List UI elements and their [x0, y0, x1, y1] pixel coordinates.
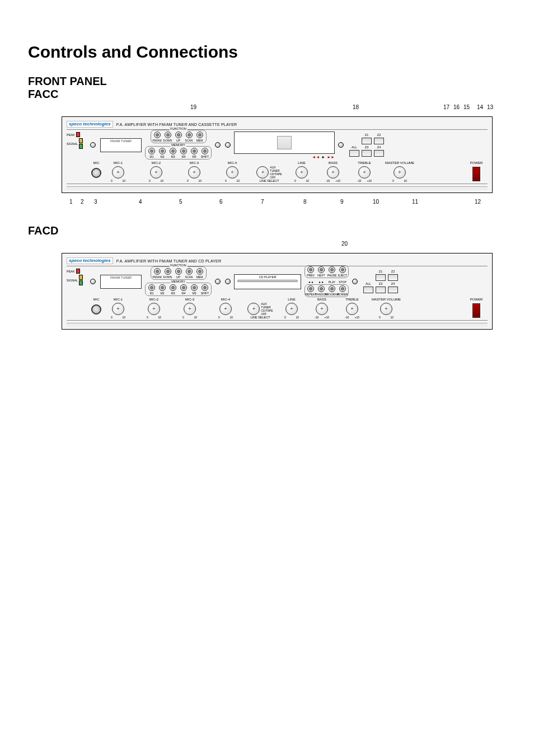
btn-mem[interactable]	[196, 132, 203, 138]
btn-up[interactable]	[175, 132, 182, 138]
line-select-label: LINE SELECT	[250, 316, 270, 319]
btn-m1[interactable]	[148, 148, 155, 154]
all-switch[interactable]	[363, 287, 373, 293]
aux-options: AUX TUNER CD/TAPE OFF	[261, 302, 273, 316]
scale-max: 10	[229, 316, 233, 319]
mic3-knob[interactable]	[188, 166, 200, 179]
callout-7: 7	[261, 199, 264, 205]
btn-scan[interactable]	[186, 132, 193, 138]
btn-down[interactable]	[165, 268, 171, 275]
btn-scan[interactable]	[186, 268, 193, 275]
btn-m5[interactable]	[191, 148, 198, 154]
mic4-knob[interactable]	[219, 303, 232, 315]
z4-switch[interactable]	[388, 287, 398, 293]
btn-next[interactable]	[318, 266, 325, 273]
btn-random[interactable]	[318, 285, 325, 292]
power-switch[interactable]	[472, 303, 480, 318]
ffwd-icon[interactable]: ►►	[327, 155, 335, 159]
btn-m4[interactable]	[180, 148, 187, 154]
cd-slot-line-icon	[237, 280, 298, 282]
line-knob[interactable]	[296, 166, 308, 179]
tuner-display: FM/AM TUNER	[100, 275, 142, 289]
btn-program[interactable]	[329, 285, 335, 292]
scale-max: 10	[306, 179, 309, 182]
mic3-knob[interactable]	[184, 303, 196, 315]
model-facc: FACC	[28, 88, 506, 101]
line-select-knob[interactable]	[256, 166, 269, 179]
zone-switches: Z1 Z2 ALL Z3 Z4	[363, 270, 398, 293]
callout-11: 11	[412, 199, 418, 205]
btn-m3[interactable]	[170, 284, 176, 291]
rewind-icon[interactable]: ◄◄	[312, 155, 320, 159]
btn-repeat[interactable]	[307, 285, 314, 292]
btn-prev[interactable]	[307, 266, 314, 273]
btn-fmam[interactable]	[154, 268, 161, 275]
btn-m3[interactable]	[170, 148, 176, 154]
treble-knob[interactable]	[358, 166, 371, 179]
lbl-m1: M1	[150, 292, 154, 295]
btn-m5[interactable]	[191, 284, 198, 291]
power-switch[interactable]	[472, 167, 480, 181]
btn-eject[interactable]	[339, 266, 346, 273]
mic4-label: MIC-4	[221, 298, 230, 302]
z4-label: Z4	[388, 282, 398, 285]
z2-switch[interactable]	[388, 274, 398, 281]
btn-m1[interactable]	[148, 284, 155, 291]
master-knob[interactable]	[394, 166, 406, 179]
btn-shift[interactable]	[202, 148, 208, 154]
mic-jack[interactable]	[91, 304, 101, 314]
cd-slot[interactable]: CD PLAYER	[234, 274, 301, 289]
z2-switch[interactable]	[374, 138, 384, 144]
mic4-knob[interactable]	[226, 166, 238, 179]
facc-callouts-top: 19 18 17 16 15 14 13	[62, 104, 493, 116]
line-knob[interactable]	[285, 303, 298, 315]
mic2-knob[interactable]	[148, 303, 160, 315]
play-icon[interactable]: ►	[321, 155, 325, 159]
scale-min: 0	[392, 179, 394, 182]
z1-label: Z1	[362, 133, 372, 137]
callout-17: 17	[443, 104, 449, 110]
btn-fmam[interactable]	[154, 132, 161, 138]
cd-section: CD PLAYER PREV NEXT PAUSE EJECT	[234, 265, 349, 298]
treble-knob[interactable]	[346, 303, 358, 315]
facd-callouts-top: 20	[62, 241, 493, 253]
z4-switch[interactable]	[374, 150, 384, 157]
scale-min: -10	[357, 179, 361, 182]
z3-label: Z3	[362, 145, 372, 149]
btn-up[interactable]	[175, 268, 182, 275]
lbl-m5: M5	[193, 155, 196, 158]
all-switch[interactable]	[349, 150, 359, 157]
btn-m2[interactable]	[159, 148, 166, 154]
master-knob[interactable]	[380, 303, 392, 315]
btn-down[interactable]	[165, 132, 171, 138]
screw-icon	[338, 142, 344, 148]
mic1-knob[interactable]	[112, 303, 124, 315]
z1-switch[interactable]	[362, 138, 372, 144]
bass-knob[interactable]	[327, 166, 339, 179]
scale-max: 10	[160, 179, 163, 182]
lbl-up: UP	[176, 275, 180, 279]
z3-switch[interactable]	[362, 150, 372, 157]
callout-16: 16	[453, 104, 460, 110]
btn-mem[interactable]	[196, 268, 203, 275]
bass-knob[interactable]	[316, 303, 328, 315]
all-label: ALL	[349, 145, 359, 149]
zone-switches: Z1 Z2 ALL Z3 Z4	[349, 133, 384, 157]
z3-switch[interactable]	[376, 287, 386, 293]
lbl-fmam: FM/AM	[152, 139, 161, 142]
mic1-knob[interactable]	[112, 166, 124, 179]
bass-label: BASS	[317, 298, 326, 302]
btn-cdpower[interactable]	[339, 285, 346, 292]
btn-pause[interactable]	[329, 266, 335, 273]
signal-led-y	[79, 275, 83, 280]
btn-m2[interactable]	[159, 284, 166, 291]
mic-jack[interactable]	[91, 168, 101, 178]
line-select-knob[interactable]	[247, 303, 260, 315]
mic2-knob[interactable]	[150, 166, 162, 179]
btn-shift[interactable]	[202, 284, 208, 291]
btn-m4[interactable]	[180, 284, 187, 291]
facc-panel-title: P.A. AMPLIFIER WITH FM/AM TUNER AND CASS…	[116, 123, 237, 126]
screw-icon	[215, 279, 221, 284]
cassette-deck[interactable]	[234, 132, 335, 154]
z1-switch[interactable]	[376, 274, 386, 281]
